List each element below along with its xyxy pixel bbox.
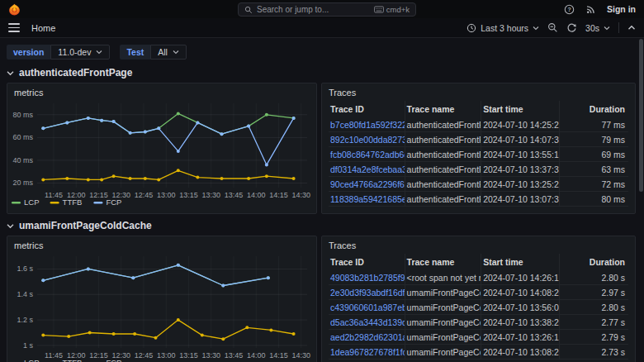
- data-point: [177, 150, 180, 153]
- trace-id-link[interactable]: 90ced4766a2296f63...: [329, 177, 405, 192]
- x-axis-tick-label: 13:00: [157, 191, 176, 199]
- news-icon[interactable]: [585, 4, 596, 15]
- search-shortcut: cmd+k: [374, 5, 410, 14]
- trace-id-link[interactable]: 892c10e00dda82737...: [329, 132, 405, 147]
- start-time-cell: 2024-07-10 13:07:36: [481, 192, 559, 207]
- scrollbar-thumb[interactable]: [639, 39, 643, 192]
- panel-title[interactable]: Traces: [322, 83, 635, 99]
- panel-title[interactable]: metrics: [7, 83, 316, 99]
- time-range-picker[interactable]: Last 3 hours: [466, 23, 539, 33]
- legend-item-ttfb[interactable]: TTFB: [63, 198, 83, 207]
- column-header-duration[interactable]: Duration: [560, 254, 628, 270]
- grafana-logo[interactable]: [8, 3, 21, 16]
- data-point: [112, 174, 116, 178]
- panel-title[interactable]: Traces: [322, 236, 635, 252]
- variable-value-dropdown[interactable]: All: [150, 45, 187, 60]
- legend-item-lcp[interactable]: LCP: [24, 358, 39, 362]
- data-point: [196, 176, 199, 179]
- row-header-umamifrontpagecoldcache[interactable]: umamiFrontPageColdCache: [7, 217, 636, 234]
- trace-id-link[interactable]: 1dea967827678f1fc0...: [329, 345, 405, 360]
- data-point: [112, 120, 116, 123]
- traces-panel: Traces Trace IDTrace nameStart timeDurat…: [321, 83, 636, 214]
- duration-cell: 2.73 s: [560, 345, 628, 360]
- metrics-panel: metrics 11:4512:0012:1512:3012:4513:0013…: [7, 236, 317, 362]
- trace-id-link[interactable]: c439060601a987ebf...: [329, 300, 405, 315]
- trace-id-link[interactable]: b7ce80fd1a592f3224...: [329, 117, 405, 132]
- start-time-cell: 2024-07-10 13:25:22: [481, 177, 559, 192]
- data-point: [177, 112, 180, 115]
- sign-in-button[interactable]: Sign in: [607, 4, 636, 14]
- trace-name-cell: authenticatedFrontPa...: [405, 192, 482, 207]
- data-point: [177, 318, 180, 322]
- column-header-start-time[interactable]: Start time: [481, 254, 559, 270]
- legend-item-fcp[interactable]: FCP: [106, 358, 121, 362]
- data-point: [67, 335, 70, 338]
- data-point: [129, 177, 132, 180]
- trace-id-link[interactable]: d5ac36a3443d139d5...: [329, 315, 405, 330]
- duration-cell: 79 ms: [560, 132, 628, 147]
- data-point: [144, 131, 147, 134]
- chevron-down-icon: [173, 50, 179, 55]
- toolbar-divider: [618, 22, 619, 33]
- trace-id-link[interactable]: 49083b281b2785f96...: [329, 270, 405, 285]
- trace-id-link[interactable]: df0314a2e8fcebaa31...: [329, 162, 405, 177]
- start-time-cell: 2024-07-10 14:26:17: [481, 270, 559, 285]
- start-time-cell: 2024-07-10 14:07:30: [481, 132, 559, 147]
- data-point: [112, 332, 116, 336]
- data-point: [201, 334, 204, 337]
- start-time-cell: 2024-07-10 13:56:08: [481, 300, 559, 315]
- column-header-trace-id[interactable]: Trace ID: [329, 101, 405, 117]
- data-point: [88, 331, 92, 335]
- series-line-lcp: [43, 265, 268, 286]
- variable-value-dropdown[interactable]: 11.0-dev: [50, 45, 110, 60]
- trace-id-link[interactable]: aed2b2982d62301aa...: [329, 330, 405, 345]
- dashboard-toolbar: Home Last 3 hours 30s: [0, 18, 644, 38]
- column-header-duration[interactable]: Duration: [560, 101, 628, 117]
- x-axis-tick-label: 13:00: [157, 351, 176, 360]
- data-point: [41, 178, 45, 181]
- search-icon: [244, 6, 253, 14]
- trace-name-cell: authenticatedFrontPa...: [405, 177, 482, 192]
- traces-table: Trace IDTrace nameStart timeDurationb7ce…: [322, 99, 635, 207]
- menu-toggle-icon[interactable]: [8, 23, 20, 31]
- trace-name-cell: umamiFrontPageCold...: [405, 330, 482, 345]
- x-axis-tick-label: 13:45: [225, 191, 244, 199]
- refresh-interval-picker[interactable]: 30s: [585, 23, 610, 33]
- clock-icon: [466, 23, 476, 33]
- panel-title[interactable]: metrics: [7, 236, 316, 252]
- duration-cell: 72 ms: [560, 177, 628, 192]
- metrics-chart[interactable]: 11:4512:0012:1512:3012:4513:0013:1513:30…: [7, 99, 315, 209]
- column-header-trace-name[interactable]: Trace name: [405, 101, 482, 117]
- x-axis-tick-label: 13:15: [179, 191, 198, 199]
- trace-id-link[interactable]: 2e30d3f93abdf16dfe...: [329, 285, 405, 300]
- column-header-trace-id[interactable]: Trace ID: [329, 254, 405, 270]
- page-scrollbar[interactable]: [638, 38, 643, 362]
- data-point: [177, 264, 180, 267]
- y-axis-tick-label: 1 s: [23, 341, 34, 350]
- row-header-authenticatedfrontpage[interactable]: authenticatedFrontPage: [7, 64, 636, 81]
- duration-cell: 2.79 s: [560, 330, 628, 345]
- trace-id-link[interactable]: fcb08c864762adb6e...: [329, 147, 405, 162]
- legend-item-lcp[interactable]: LCP: [24, 198, 39, 207]
- help-icon[interactable]: ?: [564, 4, 575, 15]
- x-axis-tick-label: 13:30: [201, 191, 220, 199]
- table-row: c439060601a987ebf...umamiFrontPageCold..…: [329, 300, 628, 315]
- data-point: [245, 326, 249, 329]
- data-point: [157, 178, 160, 181]
- collapse-toolbar-icon[interactable]: [627, 25, 636, 31]
- search-input[interactable]: Search or jump to... cmd+k: [238, 2, 416, 17]
- legend-item-ttfb[interactable]: TTFB: [63, 358, 83, 362]
- table-row: d5ac36a3443d139d5...umamiFrontPageCold..…: [329, 315, 628, 330]
- metrics-chart[interactable]: 11:4512:0012:1512:3012:4513:0013:1513:30…: [7, 252, 315, 362]
- column-header-start-time[interactable]: Start time: [481, 101, 559, 117]
- legend-item-fcp[interactable]: FCP: [106, 198, 121, 207]
- column-header-trace-name[interactable]: Trace name: [405, 254, 482, 270]
- zoom-out-icon[interactable]: [547, 22, 558, 33]
- trace-id-link[interactable]: 118389a59421685ee...: [329, 192, 405, 207]
- series-line-fcp: [43, 265, 268, 286]
- x-axis-tick-label: 14:30: [291, 191, 310, 199]
- refresh-icon[interactable]: [566, 22, 577, 33]
- data-point: [220, 177, 224, 180]
- trace-name-cell: authenticatedFrontPa...: [405, 132, 482, 147]
- breadcrumb[interactable]: Home: [31, 23, 55, 33]
